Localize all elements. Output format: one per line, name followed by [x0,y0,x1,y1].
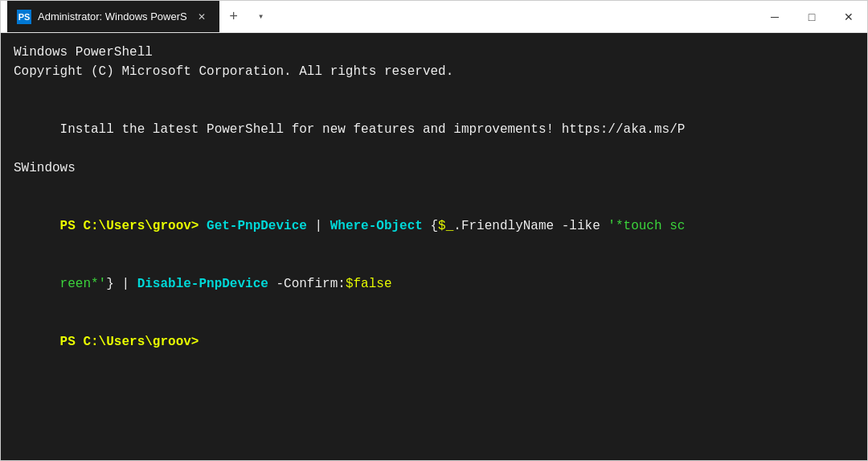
terminal-command-line: PS C:\Users\groov> Get-PnpDevice | Where… [14,197,854,255]
terminal-install-suffix: latest PowerShell for new features and i… [145,122,685,137]
terminal-prompt-2: PS C:\Users\groov> [60,335,207,349]
terminal-get-pnp: Get-PnpDevice [207,219,307,233]
terminal-empty-1 [14,81,854,101]
tab-label: Administrator: Windows PowerS [38,10,187,23]
terminal-string-reen: reen*' [60,277,107,291]
active-tab[interactable]: PS Administrator: Windows PowerS ✕ [7,1,219,32]
minimize-button[interactable]: ─ [756,1,793,33]
terminal-line-3: Install the latest PowerShell for new fe… [14,101,854,158]
terminal-the-word: the [121,122,145,137]
terminal-where-object: Where-Object [330,219,423,233]
terminal-output[interactable]: Windows PowerShell Copyright (C) Microso… [1,33,867,460]
powershell-icon: PS [17,10,31,24]
terminal-disable-pnp: Disable-PnpDevice [137,277,268,291]
terminal-dollar-underscore: $_ [438,219,453,233]
tab-close-button[interactable]: ✕ [194,9,210,25]
new-tab-button[interactable]: + [219,2,248,31]
terminal-line-3b: SWindows [14,158,854,178]
terminal-empty-2 [14,178,854,197]
terminal-false-value: $false [346,277,392,291]
close-button[interactable]: ✕ [830,1,867,33]
terminal-install-prefix: Install [60,122,122,137]
terminal-command-line-2: reen*'} | Disable-PnpDevice -Confirm:$fa… [14,255,854,313]
terminal-confirm-flag: -Confirm: [268,277,346,291]
terminal-line-2: Copyright (C) Microsoft Corporation. All… [14,62,854,81]
terminal-prompt-2-line: PS C:\Users\groov> [14,313,854,371]
terminal-prompt-1: PS C:\Users\groov> [60,219,207,233]
maximize-button[interactable]: □ [793,1,830,33]
title-bar: PS Administrator: Windows PowerS ✕ + ▾ ─… [1,1,867,33]
window-controls: ─ □ ✕ [756,1,867,32]
powershell-window: PS Administrator: Windows PowerS ✕ + ▾ ─… [0,0,868,461]
terminal-line-1: Windows PowerShell [14,43,854,62]
terminal-friendly-name: .FriendlyName -like [453,219,608,233]
tab-dropdown-button[interactable]: ▾ [248,4,274,30]
terminal-string-touch: '*touch sc [608,219,685,233]
terminal-brace-open: { [423,219,438,233]
terminal-pipe-1: | [307,219,330,233]
tab-area: PS Administrator: Windows PowerS ✕ + ▾ [7,1,756,32]
terminal-brace-pipe: } | [106,277,137,291]
